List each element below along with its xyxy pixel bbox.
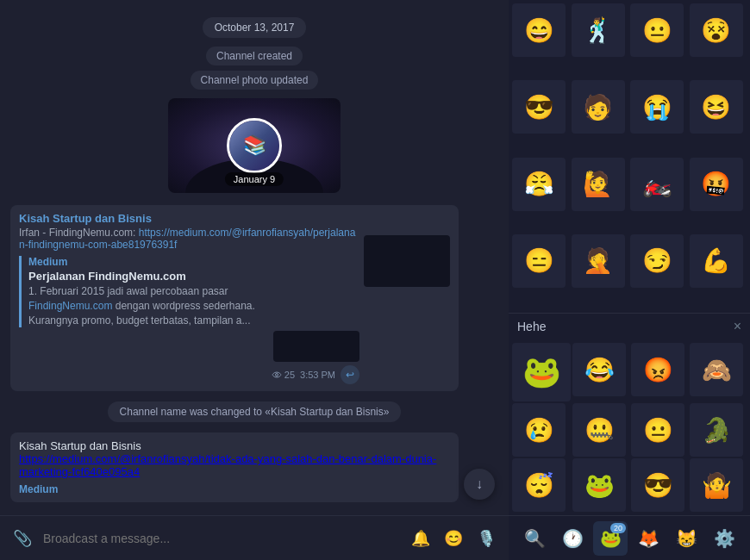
- medium-label-2: Medium: [19, 483, 450, 495]
- sender-sub: Irfan - FindingNemu.com: https://medium.…: [19, 227, 359, 251]
- frog-sticker-nav[interactable]: 🐸 20: [593, 521, 628, 556]
- date-label: October 13, 2017: [0, 17, 509, 38]
- croc-sticker[interactable]: 🐊: [690, 403, 743, 457]
- neutral-sticker[interactable]: 😐: [630, 3, 684, 57]
- cool-sticker[interactable]: 😎: [512, 80, 566, 134]
- emoji-icon[interactable]: 😊: [441, 526, 466, 551]
- article-excerpt: 1. Februari 2015 jadi awal percobaan pas…: [28, 284, 359, 327]
- sticker-pack-header: Hehe ×: [509, 313, 750, 339]
- bubble-footer-1: 25 3:53 PM ↩: [19, 365, 359, 384]
- article-link[interactable]: FindingNemu.com: [28, 300, 112, 312]
- strong-sticker[interactable]: 💪: [690, 234, 743, 288]
- channel-avatar-overlay: January 9: [225, 172, 284, 186]
- channel-avatar-circle: 📚: [227, 118, 282, 173]
- cry-sticker[interactable]: 😭: [630, 80, 684, 134]
- attach-icon[interactable]: 📎: [10, 526, 34, 551]
- mampus-sticker-nav[interactable]: 🦊: [631, 521, 666, 556]
- blank-sticker[interactable]: 😐: [631, 403, 684, 457]
- cat-sticker-nav[interactable]: 😸: [669, 521, 703, 556]
- sad-sticker[interactable]: 😢: [512, 403, 566, 457]
- message-time: 3:53 PM: [300, 370, 335, 380]
- channel-photo-updated-msg: Channel photo updated: [0, 71, 509, 90]
- sticker-close-button[interactable]: ×: [734, 319, 741, 334]
- meh-sticker[interactable]: 😑: [512, 234, 566, 288]
- channel-name-changed: Channel name was changed to «Kisah Start…: [10, 401, 498, 422]
- sticker-pack-name: Hehe: [517, 320, 546, 333]
- facepalm-sticker[interactable]: 🤦: [572, 234, 625, 288]
- wave-sticker[interactable]: 🙋: [572, 158, 625, 211]
- mad-sticker[interactable]: 😡: [631, 343, 684, 396]
- frog-sticker[interactable]: 🐸: [512, 343, 571, 401]
- smirk-sticker[interactable]: 😏: [630, 234, 684, 288]
- message2-link[interactable]: https://medium.com/@irfanrofiansyah/tida…: [19, 452, 436, 478]
- hmph-sticker[interactable]: 😤: [512, 158, 566, 211]
- sender-name-2: Kisah Startup dan Bisnis: [19, 439, 450, 452]
- svg-point-0: [275, 374, 278, 376]
- happy-sticker-1[interactable]: 😄: [512, 3, 566, 57]
- angry-sticker[interactable]: 🤬: [690, 158, 743, 211]
- channel-avatar-bg: 📚 January 9: [168, 98, 341, 193]
- monkey-sticker[interactable]: 🙈: [690, 343, 743, 396]
- message-views: 25: [272, 370, 295, 380]
- chat-panel: October 13, 2017 Channel created Channel…: [0, 0, 509, 560]
- dizzy-sticker[interactable]: 😵: [690, 3, 743, 57]
- person-sticker[interactable]: 🧑: [572, 80, 625, 134]
- recent-sticker-nav[interactable]: 🕐: [555, 521, 590, 556]
- scroll-down-button[interactable]: ↓: [464, 469, 495, 500]
- cool2-sticker[interactable]: 😎: [631, 458, 684, 512]
- message-2-wrap: Kisah Startup dan Bisnis https://medium.…: [0, 429, 509, 506]
- frog2-sticker[interactable]: 🐸: [572, 458, 626, 512]
- article-preview-1: Medium Perjalanan FindingNemu.com 1. Feb…: [19, 256, 359, 327]
- message-1-wrap: Kisah Startup dan Bisnis Irfan - Finding…: [0, 202, 509, 395]
- shrug-sticker[interactable]: 🤷: [690, 458, 743, 512]
- sticker-nav: 🔍 🕐 🐸 20 🦊 😸 ⚙️: [509, 515, 750, 560]
- sleep-sticker[interactable]: 😴: [512, 458, 566, 512]
- channel-created-msg: Channel created: [0, 47, 509, 65]
- channel-photo-area: 📚 January 9: [0, 98, 509, 193]
- settings-sticker-nav[interactable]: ⚙️: [707, 521, 741, 556]
- sender-name-1: Kisah Startup dan Bisnis: [19, 212, 359, 225]
- zip-sticker[interactable]: 🤐: [572, 403, 626, 457]
- bell-icon[interactable]: 🔔: [409, 526, 433, 551]
- laugh-sticker[interactable]: 😆: [690, 80, 743, 134]
- views-icon: [272, 370, 282, 379]
- preview-thumbnail-1: [364, 235, 450, 287]
- sticker-grid-bottom: 🐸😂😡🙈😢🤐😐🐊😴🐸😎🤷: [509, 339, 750, 515]
- chat-messages: October 13, 2017 Channel created Channel…: [0, 0, 509, 515]
- dance-sticker[interactable]: 🕺: [572, 3, 625, 57]
- sticker-grid-top: 😄🕺😐😵😎🧑😭😆😤🙋🏍️🤬😑🤦😏💪: [509, 0, 750, 313]
- message-1-bubble: Kisah Startup dan Bisnis Irfan - Finding…: [10, 205, 459, 391]
- sticker-badge: 20: [610, 523, 626, 533]
- broadcast-input[interactable]: [43, 532, 400, 545]
- bike-sticker[interactable]: 🏍️: [630, 158, 684, 211]
- sticker-panel: 😄🕺😐😵😎🧑😭😆😤🙋🏍️🤬😑🤦😏💪 Hehe × 🐸😂😡🙈😢🤐😐🐊😴🐸😎🤷 🔍 …: [509, 0, 750, 560]
- preview-thumbnail-2: [273, 331, 359, 362]
- search-sticker-nav[interactable]: 🔍: [517, 521, 552, 556]
- mic-icon[interactable]: 🎙️: [474, 526, 498, 551]
- channel-avatar-inner: 📚: [229, 121, 279, 171]
- forward-button[interactable]: ↩: [341, 365, 359, 384]
- lol-sticker[interactable]: 😂: [572, 343, 626, 396]
- chat-toolbar: 📎 🔔 😊 🎙️: [0, 515, 509, 560]
- message-2-bubble: Kisah Startup dan Bisnis https://medium.…: [10, 432, 459, 502]
